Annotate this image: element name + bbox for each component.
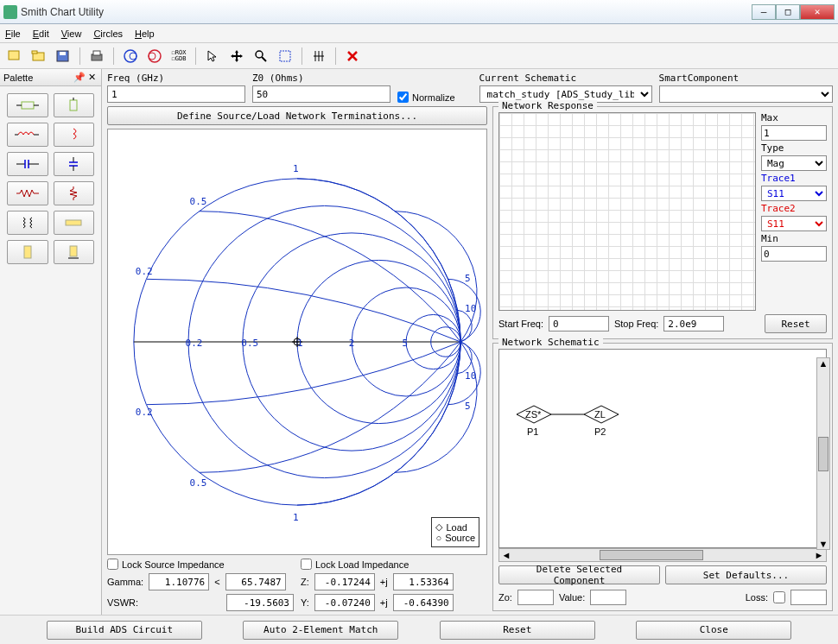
sch-zo-label: Zo: bbox=[498, 592, 512, 603]
y-re-input[interactable] bbox=[314, 594, 375, 611]
sch-loss-label: Loss: bbox=[746, 592, 768, 603]
min-input[interactable] bbox=[761, 246, 827, 262]
netresp-plot[interactable] bbox=[498, 112, 756, 311]
svg-text:0.2: 0.2 bbox=[186, 338, 203, 349]
save-icon[interactable] bbox=[52, 46, 74, 66]
z0-input[interactable] bbox=[252, 85, 390, 103]
max-input[interactable] bbox=[761, 125, 827, 141]
palette-shunt-res[interactable] bbox=[54, 181, 95, 205]
pointer-icon[interactable] bbox=[201, 46, 224, 66]
smith-z-icon[interactable] bbox=[119, 46, 142, 66]
define-terminations-button[interactable]: Define Source/Load Network Terminations.… bbox=[107, 106, 487, 125]
palette-series-l[interactable] bbox=[7, 93, 48, 117]
stopfreq-input[interactable] bbox=[663, 316, 724, 331]
svg-text:ZS*: ZS* bbox=[525, 409, 542, 420]
palette-tline[interactable] bbox=[54, 211, 95, 235]
lock-source-checkbox[interactable] bbox=[107, 559, 118, 570]
maximize-button[interactable]: □ bbox=[776, 4, 800, 20]
palette-stub-open[interactable] bbox=[7, 240, 48, 264]
svg-text:0.2: 0.2 bbox=[136, 407, 153, 418]
startfreq-label: Start Freq: bbox=[498, 319, 543, 329]
palette-close-icon[interactable]: ✕ bbox=[86, 72, 98, 83]
delete-component-button[interactable]: Delete Selected Component bbox=[498, 565, 660, 584]
menubar: File Edit View Circles Help bbox=[0, 24, 838, 43]
svg-rect-6 bbox=[93, 51, 100, 55]
palette-series-ind[interactable] bbox=[7, 123, 48, 147]
vswr-input[interactable] bbox=[226, 594, 294, 611]
close-window-button[interactable]: ✕ bbox=[800, 4, 835, 20]
reset-button[interactable]: Reset bbox=[440, 621, 595, 640]
plusj-2: +j bbox=[380, 597, 388, 608]
smart-select[interactable] bbox=[659, 85, 833, 103]
z-re-input[interactable] bbox=[314, 573, 375, 590]
freq-input[interactable] bbox=[107, 85, 245, 103]
palette-pin-icon[interactable]: 📌 bbox=[73, 72, 86, 83]
palette-xfmr[interactable] bbox=[7, 211, 48, 235]
vswr-label: VSWR: bbox=[107, 597, 138, 608]
svg-rect-0 bbox=[9, 51, 19, 60]
netresp-reset-button[interactable]: Reset bbox=[765, 314, 827, 333]
gamma-mag-input[interactable] bbox=[149, 573, 209, 590]
grid-snap-icon[interactable] bbox=[308, 46, 330, 66]
sch-loss-input[interactable] bbox=[790, 590, 827, 605]
grid-opts-icon[interactable]: ☐ROX☐GDB bbox=[168, 46, 190, 66]
trace2-label: Trace2 bbox=[761, 203, 827, 214]
palette-shunt-l[interactable] bbox=[54, 93, 95, 117]
type-select[interactable]: Mag bbox=[761, 155, 827, 171]
z-im-input[interactable] bbox=[393, 573, 454, 590]
palette-shunt-cap[interactable] bbox=[54, 152, 95, 176]
menu-circles[interactable]: Circles bbox=[93, 28, 123, 39]
move-icon[interactable] bbox=[225, 46, 248, 66]
netsch-canvas[interactable]: ZS* P1 ZL P2 bbox=[498, 349, 827, 548]
svg-line-12 bbox=[262, 57, 266, 61]
startfreq-input[interactable] bbox=[549, 316, 609, 331]
svg-rect-35 bbox=[66, 220, 81, 225]
trace2-select[interactable]: S11 bbox=[761, 216, 827, 231]
max-label: Max bbox=[761, 112, 827, 123]
normalize-label: Normalize bbox=[412, 92, 455, 103]
print-icon[interactable] bbox=[86, 46, 108, 66]
menu-help[interactable]: Help bbox=[135, 28, 155, 39]
menu-view[interactable]: View bbox=[61, 28, 82, 39]
palette-series-res[interactable] bbox=[7, 181, 48, 205]
palette-title: Palette bbox=[3, 73, 33, 83]
new-icon[interactable] bbox=[3, 46, 26, 66]
set-defaults-button[interactable]: Set Defaults... bbox=[665, 565, 827, 584]
netsch-title: Network Schematic bbox=[498, 337, 603, 348]
lock-load-checkbox[interactable] bbox=[301, 559, 312, 570]
svg-text:5: 5 bbox=[465, 401, 471, 412]
select-rect-icon[interactable] bbox=[274, 46, 296, 66]
min-label: Min bbox=[761, 233, 827, 244]
auto-match-button[interactable]: Auto 2-Element Match bbox=[243, 621, 398, 640]
delete-icon[interactable] bbox=[341, 46, 364, 66]
menu-file[interactable]: File bbox=[5, 28, 21, 39]
svg-text:5: 5 bbox=[465, 273, 471, 284]
palette-series-cap[interactable] bbox=[7, 152, 48, 176]
gamma-ang-input[interactable] bbox=[225, 573, 286, 590]
smart-label: SmartComponent bbox=[659, 73, 833, 84]
angle-symbol: < bbox=[214, 577, 219, 587]
build-circuit-button[interactable]: Build ADS Circuit bbox=[47, 621, 202, 640]
stopfreq-label: Stop Freq: bbox=[614, 319, 658, 329]
sch-loss-checkbox[interactable] bbox=[773, 591, 785, 603]
minimize-button[interactable]: — bbox=[752, 4, 776, 20]
zoom-icon[interactable] bbox=[250, 46, 272, 66]
smith-y-icon[interactable] bbox=[143, 46, 166, 66]
netsch-vscroll[interactable]: ▲ ▼ bbox=[816, 357, 830, 550]
palette-stub-short[interactable] bbox=[54, 240, 95, 264]
open-icon[interactable] bbox=[28, 46, 50, 66]
trace1-select[interactable]: S11 bbox=[761, 186, 827, 201]
palette-shunt-ind[interactable] bbox=[54, 123, 95, 147]
sch-value-input[interactable] bbox=[590, 590, 626, 605]
lock-source-label: Lock Source Impedance bbox=[122, 559, 225, 570]
netsch-hscroll[interactable]: ◄ ► bbox=[498, 548, 827, 562]
smith-chart[interactable]: 0.2 0.5 1 2 5 1 0.5 0.2 0.2 0.5 1 5 bbox=[107, 129, 487, 555]
sch-zo-input[interactable] bbox=[517, 590, 554, 605]
svg-point-8 bbox=[130, 53, 136, 60]
normalize-checkbox[interactable] bbox=[397, 92, 409, 103]
svg-text:10: 10 bbox=[465, 370, 476, 382]
close-button[interactable]: Close bbox=[636, 621, 791, 640]
menu-edit[interactable]: Edit bbox=[33, 28, 49, 39]
y-im-input[interactable] bbox=[393, 594, 454, 611]
cursch-label: Current Schematic bbox=[479, 73, 652, 84]
